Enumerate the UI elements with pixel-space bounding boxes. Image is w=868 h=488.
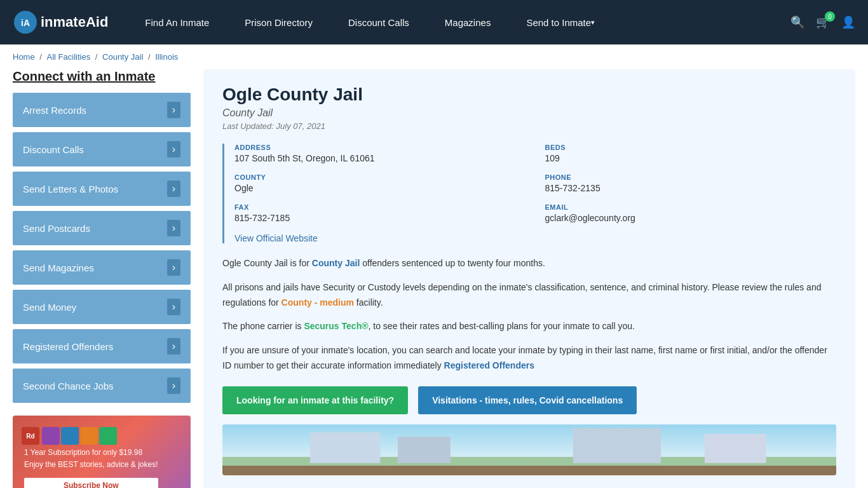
desc-para-3: The phone carrier is Securus Tech®, to s…	[222, 319, 836, 334]
desc1-cont: offenders sentenced up to twenty four mo…	[360, 258, 545, 268]
sidebar-item-discount-calls[interactable]: Discount Calls ›	[13, 132, 191, 166]
main-layout: Connect with an Inmate Arrest Records › …	[0, 69, 868, 488]
breadcrumb-all-facilities[interactable]: All Facilities	[47, 52, 91, 62]
beds-label: BEDS	[545, 144, 837, 151]
desc3-text: The phone carrier is	[222, 321, 304, 331]
email-value: gclark@oglecounty.org	[545, 213, 837, 223]
phone-value: 815-732-2135	[545, 183, 837, 193]
sidebar-item-registered-offenders[interactable]: Registered Offenders ›	[13, 329, 191, 363]
svg-rect-6	[398, 437, 451, 463]
sidebar: Connect with an Inmate Arrest Records › …	[13, 69, 191, 488]
desc-para-4: If you are unsure of your inmate's locat…	[222, 343, 836, 374]
nav-magazines[interactable]: Magazines	[427, 0, 509, 44]
nav-prison-directory[interactable]: Prison Directory	[227, 0, 330, 44]
sidebar-ad[interactable]: Rd 1 Year Subscription for only $19.98	[13, 416, 191, 488]
sidebar-arrow-send-letters: ›	[167, 180, 180, 197]
last-updated: Last Updated: July 07, 2021	[222, 121, 836, 131]
beds-value: 109	[545, 153, 837, 163]
address-value: 107 South 5th St, Oregon, IL 61061	[234, 153, 526, 163]
navbar: iA inmateAid Find An Inmate Prison Direc…	[0, 0, 868, 44]
website-link[interactable]: View Official Website	[234, 233, 318, 243]
sidebar-arrow-send-money: ›	[167, 299, 180, 315]
search-button[interactable]: 🔍	[790, 15, 804, 29]
sidebar-item-send-money[interactable]: Send Money ›	[13, 290, 191, 324]
info-grid: ADDRESS 107 South 5th St, Oregon, IL 610…	[234, 144, 836, 223]
visitations-button[interactable]: Visitations - times, rules, Covid cancel…	[418, 386, 637, 414]
breadcrumb-state[interactable]: Illinois	[155, 52, 178, 62]
sidebar-arrow-registered-offenders: ›	[167, 338, 180, 355]
county-label: COUNTY	[234, 173, 526, 181]
sidebar-title: Connect with an Inmate	[13, 69, 191, 84]
sidebar-arrow-send-magazines: ›	[167, 259, 180, 276]
desc1-text: Ogle County Jail is for	[222, 258, 312, 268]
beds-block: BEDS 109	[545, 144, 837, 163]
svg-text:iA: iA	[21, 18, 30, 28]
svg-rect-8	[705, 434, 766, 463]
info-section: ADDRESS 107 South 5th St, Oregon, IL 610…	[222, 144, 836, 243]
desc3-link[interactable]: Securus Tech®	[304, 321, 368, 331]
email-block: EMAIL gclark@oglecounty.org	[545, 203, 837, 223]
fax-value: 815-732-7185	[234, 213, 526, 223]
sidebar-item-second-chance-jobs[interactable]: Second Chance Jobs ›	[13, 369, 191, 403]
desc-para-1: Ogle County Jail is for County Jail offe…	[222, 256, 836, 271]
ad-line1: 1 Year Subscription for only $19.98	[24, 447, 158, 458]
sidebar-arrow-second-chance-jobs: ›	[167, 377, 180, 394]
website-link-wrapper: View Official Website	[234, 233, 836, 243]
nav-send-to-inmate[interactable]: Send to Inmate	[508, 0, 613, 44]
desc1-link[interactable]: County Jail	[312, 258, 360, 268]
desc3-cont: , to see their rates and best-calling pl…	[369, 321, 635, 331]
ad-line2: Enjoy the BEST stories, advice & jokes!	[24, 459, 158, 470]
sidebar-label-send-postcards: Send Postcards	[23, 223, 90, 234]
action-buttons: Looking for an inmate at this facility? …	[222, 386, 836, 414]
logo[interactable]: iA inmateAid	[13, 10, 108, 35]
sidebar-label-send-letters: Send Letters & Photos	[23, 184, 118, 194]
sidebar-item-send-letters[interactable]: Send Letters & Photos ›	[13, 172, 191, 206]
user-button[interactable]: 👤	[841, 15, 855, 29]
sidebar-label-arrest-records: Arrest Records	[23, 105, 86, 116]
fax-label: FAX	[234, 203, 526, 211]
facility-description: Ogle County Jail is for County Jail offe…	[222, 256, 836, 374]
facility-image	[222, 424, 836, 475]
svg-rect-5	[310, 432, 380, 463]
nav-icons: 🔍 🛒 0 👤	[790, 15, 855, 29]
sidebar-label-registered-offenders: Registered Offenders	[23, 341, 113, 352]
breadcrumb-home[interactable]: Home	[13, 52, 35, 62]
cart-button[interactable]: 🛒 0	[816, 15, 830, 29]
sidebar-label-discount-calls: Discount Calls	[23, 144, 84, 155]
nav-discount-calls[interactable]: Discount Calls	[330, 0, 427, 44]
county-block: COUNTY Ogle	[234, 173, 526, 193]
sidebar-arrow-arrest-records: ›	[167, 102, 180, 118]
sidebar-item-send-magazines[interactable]: Send Magazines ›	[13, 250, 191, 285]
email-label: EMAIL	[545, 203, 837, 211]
facility-name: Ogle County Jail	[222, 85, 836, 105]
sidebar-arrow-send-postcards: ›	[167, 220, 180, 236]
nav-links: Find An Inmate Prison Directory Discount…	[127, 0, 790, 44]
desc2-cont: facility.	[354, 297, 383, 308]
facility-type: County Jail	[222, 107, 836, 119]
sidebar-item-send-postcards[interactable]: Send Postcards ›	[13, 211, 191, 245]
sidebar-menu: Arrest Records › Discount Calls › Send L…	[13, 93, 191, 403]
sidebar-label-second-chance-jobs: Second Chance Jobs	[23, 381, 114, 391]
facility-content: Ogle County Jail County Jail Last Update…	[203, 69, 855, 488]
phone-label: PHONE	[545, 173, 837, 181]
breadcrumb: Home / All Facilities / County Jail / Il…	[0, 44, 868, 69]
logo-text: inmateAid	[41, 14, 108, 30]
sidebar-arrow-discount-calls: ›	[167, 141, 180, 158]
desc2-link[interactable]: County - medium	[281, 297, 354, 308]
breadcrumb-county-jail[interactable]: County Jail	[102, 52, 143, 62]
find-inmate-button[interactable]: Looking for an inmate at this facility?	[222, 386, 408, 414]
desc-para-2: All prisons and jails have Security or C…	[222, 280, 836, 311]
sidebar-label-send-magazines: Send Magazines	[23, 262, 94, 273]
county-value: Ogle	[234, 183, 526, 193]
sidebar-item-arrest-records[interactable]: Arrest Records ›	[13, 93, 191, 127]
ad-subscribe-button[interactable]: Subscribe Now	[24, 478, 158, 488]
nav-find-inmate[interactable]: Find An Inmate	[127, 0, 227, 44]
phone-block: PHONE 815-732-2135	[545, 173, 837, 193]
cart-badge: 0	[825, 11, 835, 22]
address-label: ADDRESS	[234, 144, 526, 151]
svg-rect-7	[573, 428, 661, 463]
address-block: ADDRESS 107 South 5th St, Oregon, IL 610…	[234, 144, 526, 163]
desc4-link[interactable]: Registered Offenders	[444, 360, 534, 370]
fax-block: FAX 815-732-7185	[234, 203, 526, 223]
sidebar-label-send-money: Send Money	[23, 302, 76, 313]
